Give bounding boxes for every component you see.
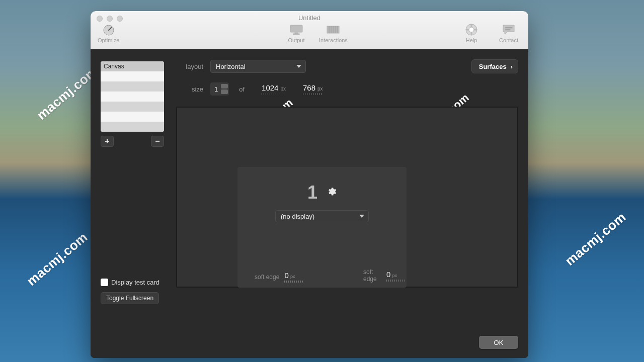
window-title: Untitled [91, 14, 528, 22]
keyboard-icon [325, 23, 342, 36]
chevron-down-icon [296, 65, 301, 68]
remove-button[interactable]: − [151, 136, 164, 147]
ruler-icon [262, 93, 286, 95]
toggle-fullscreen-button[interactable]: Toggle Fullscreen [101, 292, 159, 304]
of-label: of [239, 85, 245, 93]
toolbar-optimize[interactable]: Optimize [98, 23, 119, 43]
ok-button[interactable]: OK [479, 336, 518, 349]
sidebar: Canvas + − Display test card Toggle Full… [101, 61, 164, 304]
size-stepper[interactable]: 1 [210, 82, 229, 96]
toolbar-label: Contact [499, 37, 518, 43]
svg-point-11 [469, 27, 474, 32]
soft-edge-label: soft edge [255, 274, 279, 281]
checkbox-icon [101, 279, 108, 286]
toolbar-help[interactable]: Help [463, 23, 480, 43]
height-value: 768 [303, 83, 315, 92]
display-select-value: (no display) [281, 213, 314, 220]
display-test-card-checkbox[interactable]: Display test card [101, 279, 164, 286]
list-item[interactable] [101, 71, 164, 81]
main-panel: layout Horizontal Surfaces › size 1 of [176, 59, 518, 348]
toolbar-output[interactable]: Output [288, 23, 305, 43]
chat-icon [500, 23, 517, 36]
list-item[interactable] [101, 81, 164, 92]
svg-rect-1 [290, 25, 302, 32]
soft-edge-left[interactable]: soft edge 0 px [255, 271, 304, 283]
ruler-icon [386, 280, 407, 282]
watermark: macmj.com [562, 209, 629, 269]
ruler-icon [303, 93, 323, 95]
soft-edge-right[interactable]: soft edge 0 px [363, 268, 407, 283]
px-unit: px [290, 274, 295, 279]
toolbar-label: Optimize [98, 37, 119, 43]
watermark: macmj.com [24, 229, 91, 289]
display-icon [288, 23, 305, 36]
toolbar-label: Help [466, 37, 477, 43]
toolbar-interactions[interactable]: Interactions [319, 23, 348, 43]
toolbar-contact[interactable]: Contact [499, 23, 518, 43]
surfaces-button[interactable]: Surfaces › [471, 59, 518, 73]
list-item[interactable] [101, 122, 164, 132]
chevron-down-icon [359, 215, 364, 218]
list-item[interactable] [101, 92, 164, 102]
list-item[interactable]: Canvas [101, 61, 164, 71]
svg-rect-17 [505, 29, 510, 30]
svg-rect-3 [293, 34, 299, 35]
layout-value: Horizontal [216, 63, 246, 70]
app-window: Untitled Optimize Output Interactions He… [91, 11, 528, 358]
soft-edge-value: 0 [386, 270, 390, 279]
ruler-icon [284, 281, 304, 283]
width-value: 1024 [262, 83, 278, 92]
add-button[interactable]: + [101, 136, 114, 147]
px-unit: px [392, 273, 397, 278]
soft-edge-label: soft edge [363, 268, 381, 283]
list-item[interactable] [101, 112, 164, 122]
toolbar-label: Output [288, 37, 304, 43]
canvas-list[interactable]: Canvas [101, 61, 164, 132]
gear-icon[interactable] [327, 187, 337, 199]
layout-select[interactable]: Horizontal [210, 60, 306, 73]
size-value: 1 [214, 85, 218, 93]
size-label: size [176, 85, 203, 93]
height-field[interactable]: 768px [303, 83, 323, 95]
list-item[interactable] [101, 102, 164, 112]
display-select[interactable]: (no display) [275, 210, 369, 222]
display-number: 1 [307, 182, 317, 203]
chevron-right-icon: › [511, 63, 513, 70]
width-field[interactable]: 1024px [262, 83, 286, 95]
px-unit: px [317, 86, 323, 92]
svg-rect-16 [505, 27, 512, 28]
window-body: macmj.com macmj.com macmj.com macmj.com … [91, 49, 528, 358]
checkbox-label: Display test card [111, 279, 159, 286]
layout-label: layout [176, 63, 203, 70]
surfaces-label: Surfaces [479, 63, 507, 70]
stepper-knobs-icon [221, 83, 228, 95]
toolbar-label: Interactions [319, 37, 348, 43]
px-unit: px [280, 86, 286, 92]
titlebar: Untitled Optimize Output Interactions He… [91, 11, 528, 49]
display-card: 1 (no display) soft edge 0 px [237, 167, 407, 288]
lifebuoy-icon [463, 23, 480, 36]
preview-area: 1 (no display) soft edge 0 px [176, 107, 518, 288]
soft-edge-value: 0 [284, 271, 288, 280]
gauge-icon [100, 23, 117, 36]
